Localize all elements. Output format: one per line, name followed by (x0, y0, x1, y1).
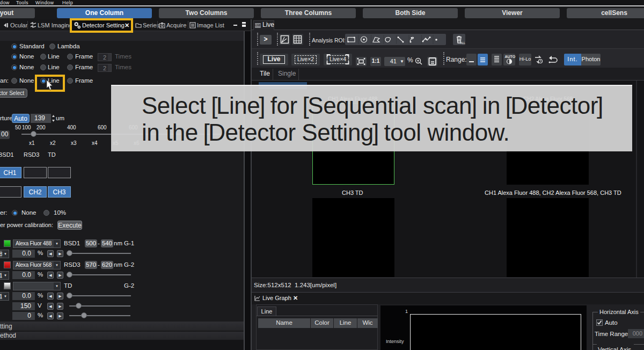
svg-text:AUTO: AUTO (505, 55, 516, 59)
svg-text:ALL: ALL (460, 41, 465, 45)
